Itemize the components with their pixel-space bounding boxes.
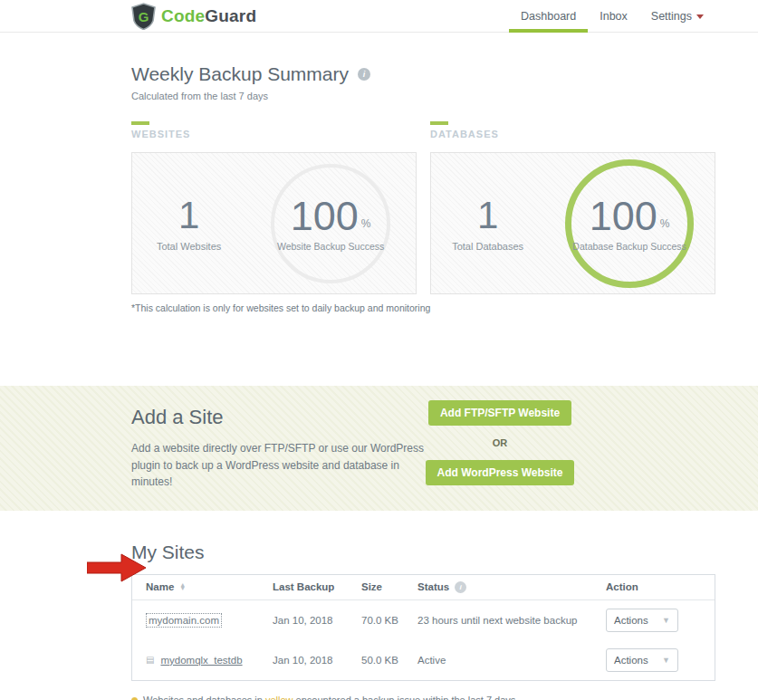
info-icon[interactable]: i [358, 68, 370, 81]
column-header-last-backup: Last Backup [273, 581, 361, 592]
my-sites-section: My Sites Name ▲▼ Last Backup Size Status… [0, 511, 758, 700]
nav-inbox-label: Inbox [600, 10, 628, 23]
table-row: mydomain.com Jan 10, 2018 70.0 KB 23 hou… [132, 600, 715, 640]
website-success-label: Website Backup Success [277, 241, 384, 252]
status-cell: Active [417, 655, 606, 666]
add-site-description: Add a website directly over FTP/SFTP or … [131, 440, 432, 491]
chevron-down-icon: ▼ [662, 616, 670, 625]
svg-text:G: G [139, 8, 149, 24]
database-success-label: Database Backup Success [572, 241, 686, 252]
top-header: G CodeGuard Dashboard Inbox Settings [0, 0, 758, 33]
chevron-down-icon: ▼ [662, 656, 670, 665]
last-backup-cell: Jan 10, 2018 [273, 655, 361, 666]
column-header-action: Action [606, 581, 701, 592]
add-site-title: Add a Site [131, 406, 432, 429]
nav-inbox[interactable]: Inbox [588, 0, 639, 33]
websites-section-label: WEBSITES [131, 121, 417, 139]
legend-yellow-text: Websites and databases in yellow encount… [143, 693, 518, 700]
status-legend: Websites and databases in yellow encount… [131, 693, 715, 700]
database-success-percent: 100 [590, 196, 657, 236]
nav-settings[interactable]: Settings [639, 0, 715, 33]
database-success-ring: 100 % Database Backup Success [565, 159, 694, 288]
sort-icon[interactable]: ▲▼ [179, 583, 186, 590]
column-header-size: Size [361, 581, 417, 592]
websites-summary-card: 1 Total Websites 100 % Website Backup Su… [131, 152, 417, 294]
logo-wordmark: CodeGuard [161, 6, 256, 26]
website-success-ring: 100 % Website Backup Success [271, 164, 390, 283]
green-bar [430, 121, 448, 125]
site-link-mydomain[interactable]: mydomain.com [146, 613, 222, 628]
actions-dropdown[interactable]: Actions ▼ [606, 648, 678, 672]
actions-dropdown[interactable]: Actions ▼ [606, 609, 678, 632]
column-header-status: Status i [417, 581, 606, 593]
chevron-down-icon [696, 14, 704, 19]
databases-section-label: DATABASES [430, 121, 715, 139]
website-success-percent: 100 [291, 196, 359, 236]
nav-dashboard-label: Dashboard [521, 10, 576, 23]
page-subtitle: Calculated from the last 7 days [131, 91, 715, 101]
red-arrow-annotation [87, 553, 147, 586]
nav-settings-label: Settings [651, 10, 692, 23]
page-title: Weekly Backup Summary [131, 63, 349, 85]
status-cell: 23 hours until next website backup [417, 615, 606, 626]
table-header-row: Name ▲▼ Last Backup Size Status i Action [132, 575, 715, 600]
size-cell: 50.0 KB [361, 655, 417, 666]
total-databases-label: Total Databases [452, 241, 523, 252]
total-databases-count: 1 [477, 195, 498, 236]
percent-sign: % [660, 217, 670, 230]
calculation-footnote: *This calculation is only for websites s… [131, 302, 715, 313]
nav-dashboard[interactable]: Dashboard [509, 0, 588, 33]
my-sites-title: My Sites [131, 542, 715, 563]
size-cell: 70.0 KB [361, 615, 417, 626]
green-bar [131, 121, 149, 125]
or-label: OR [493, 437, 508, 448]
add-wordpress-website-button[interactable]: Add WordPress Website [426, 460, 575, 485]
add-a-site-band: Add a Site Add a website directly over F… [0, 386, 758, 511]
sites-table: Name ▲▼ Last Backup Size Status i Action… [131, 574, 715, 681]
add-ftp-sftp-website-button[interactable]: Add FTP/SFTP Website [428, 400, 571, 426]
databases-summary-card: 1 Total Databases 100 % Database Backup … [430, 152, 715, 294]
shield-logo-icon: G [131, 3, 156, 30]
codeguard-logo[interactable]: G CodeGuard [131, 3, 256, 30]
table-row: ▤ mydomqlx_testdb Jan 10, 2018 50.0 KB A… [132, 640, 715, 680]
percent-sign: % [361, 217, 371, 230]
column-header-name[interactable]: Name ▲▼ [146, 581, 273, 592]
site-link-testdb[interactable]: mydomqlx_testdb [160, 655, 242, 666]
database-icon: ▤ [146, 656, 154, 665]
total-websites-label: Total Websites [157, 241, 221, 252]
total-websites-count: 1 [178, 195, 199, 236]
status-info-icon[interactable]: i [455, 581, 466, 593]
main-nav: Dashboard Inbox Settings [509, 0, 715, 33]
last-backup-cell: Jan 10, 2018 [273, 615, 361, 626]
weekly-backup-summary-section: Weekly Backup Summary i Calculated from … [0, 33, 758, 350]
